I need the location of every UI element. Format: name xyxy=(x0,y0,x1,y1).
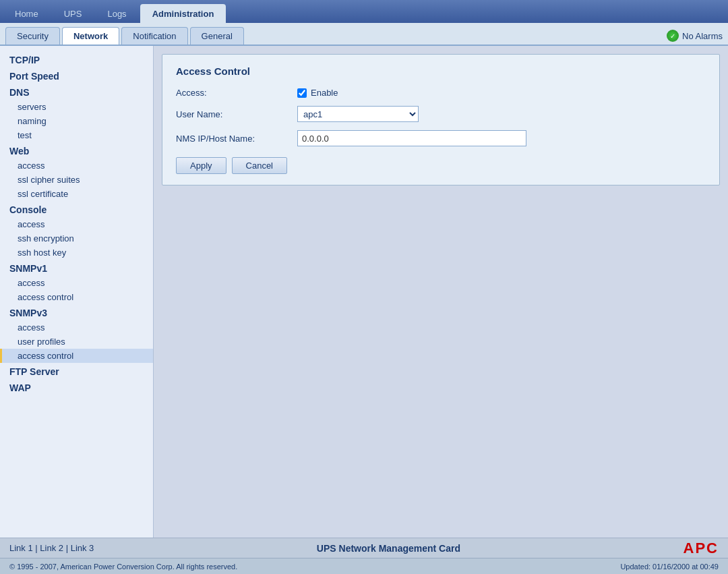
sidebar-item-console-ssh-key[interactable]: ssh host key xyxy=(0,246,153,260)
sidebar-item-dns-test[interactable]: test xyxy=(0,128,153,142)
sidebar: TCP/IP Port Speed DNS servers naming tes… xyxy=(0,46,154,538)
sidebar-item-dns-servers[interactable]: servers xyxy=(0,100,153,114)
sidebar-section-snmpv3[interactable]: SNMPv3 xyxy=(0,304,153,320)
username-label: User Name: xyxy=(176,109,297,119)
footer-title: UPS Network Management Card xyxy=(317,543,460,554)
no-alarms: ✓ No Alarms xyxy=(667,30,723,45)
username-select[interactable]: apc1 apc2 apc3 xyxy=(297,106,419,122)
link-3[interactable]: Link 3 xyxy=(71,543,94,553)
footer-bottom: © 1995 - 2007, American Power Conversion… xyxy=(0,558,728,574)
tab-logs[interactable]: Logs xyxy=(95,4,138,23)
footer-updated: Updated: 01/16/2000 at 00:49 xyxy=(620,563,719,571)
nms-label: NMS IP/Host Name: xyxy=(176,134,297,144)
access-control-field: Enable xyxy=(297,88,706,98)
access-row: Access: Enable xyxy=(176,88,706,98)
tab-notification[interactable]: Notification xyxy=(121,27,187,45)
sidebar-item-snmpv3-user-profiles[interactable]: user profiles xyxy=(0,335,153,349)
nms-row: NMS IP/Host Name: 0.0.0.0 xyxy=(176,130,706,146)
link-1[interactable]: Link 1 xyxy=(9,543,33,553)
tab-home[interactable]: Home xyxy=(3,4,51,23)
top-nav: Home UPS Logs Administration xyxy=(0,0,728,23)
alarm-status: No Alarms xyxy=(682,31,723,41)
sidebar-item-console-access[interactable]: access xyxy=(0,217,153,231)
button-row: Apply Cancel xyxy=(176,157,706,174)
sidebar-section-console[interactable]: Console xyxy=(0,201,153,217)
content-area: Access Control Access: Enable User Name:… xyxy=(154,46,728,538)
sidebar-item-snmpv3-access[interactable]: access xyxy=(0,320,153,335)
content-panel: Access Control Access: Enable User Name:… xyxy=(162,54,720,185)
cancel-button[interactable]: Cancel xyxy=(232,157,287,174)
link-separator-2: | xyxy=(66,543,71,553)
apply-button[interactable]: Apply xyxy=(176,157,226,174)
sidebar-section-web[interactable]: Web xyxy=(0,142,153,159)
tab-security[interactable]: Security xyxy=(5,27,60,45)
sidebar-item-snmpv1-access-control[interactable]: access control xyxy=(0,290,153,304)
apc-logo: APC xyxy=(684,540,719,557)
footer-copyright: © 1995 - 2007, American Power Conversion… xyxy=(9,563,237,571)
enable-label[interactable]: Enable xyxy=(311,88,338,98)
sidebar-item-dns-naming[interactable]: naming xyxy=(0,114,153,128)
sidebar-section-portspeed[interactable]: Port Speed xyxy=(0,67,153,84)
main-area: TCP/IP Port Speed DNS servers naming tes… xyxy=(0,46,728,538)
username-row: User Name: apc1 apc2 apc3 xyxy=(176,106,706,122)
tab-ups[interactable]: UPS xyxy=(52,4,94,23)
sidebar-item-web-access[interactable]: access xyxy=(0,159,153,173)
footer-top: Link 1 | Link 2 | Link 3 UPS Network Man… xyxy=(0,538,728,558)
nms-field: 0.0.0.0 xyxy=(297,130,706,146)
tab-network[interactable]: Network xyxy=(62,27,119,45)
sidebar-section-wap[interactable]: WAP xyxy=(0,379,153,395)
link-2[interactable]: Link 2 xyxy=(40,543,63,553)
sidebar-section-ftp[interactable]: FTP Server xyxy=(0,363,153,379)
sidebar-item-snmpv3-access-control[interactable]: access control xyxy=(0,349,153,363)
second-nav-tabs: Security Network Notification General xyxy=(5,27,246,45)
sidebar-item-console-ssh-enc[interactable]: ssh encryption xyxy=(0,231,153,246)
enable-checkbox[interactable] xyxy=(297,88,307,98)
footer-links: Link 1 | Link 2 | Link 3 xyxy=(9,543,94,553)
tab-administration[interactable]: Administration xyxy=(140,4,226,23)
second-nav: Security Network Notification General ✓ … xyxy=(0,23,728,46)
sidebar-item-snmpv1-access[interactable]: access xyxy=(0,276,153,290)
access-label: Access: xyxy=(176,88,297,98)
sidebar-section-snmpv1[interactable]: SNMPv1 xyxy=(0,260,153,276)
panel-title: Access Control xyxy=(176,65,706,77)
sidebar-item-web-ssl-cert[interactable]: ssl certificate xyxy=(0,187,153,201)
sidebar-item-web-ssl-cipher[interactable]: ssl cipher suites xyxy=(0,173,153,187)
alarm-icon: ✓ xyxy=(667,30,679,42)
tab-general[interactable]: General xyxy=(190,27,244,45)
sidebar-section-dns[interactable]: DNS xyxy=(0,84,153,100)
sidebar-section-tcpip[interactable]: TCP/IP xyxy=(0,51,153,67)
username-field: apc1 apc2 apc3 xyxy=(297,106,706,122)
nms-input[interactable]: 0.0.0.0 xyxy=(297,130,526,146)
